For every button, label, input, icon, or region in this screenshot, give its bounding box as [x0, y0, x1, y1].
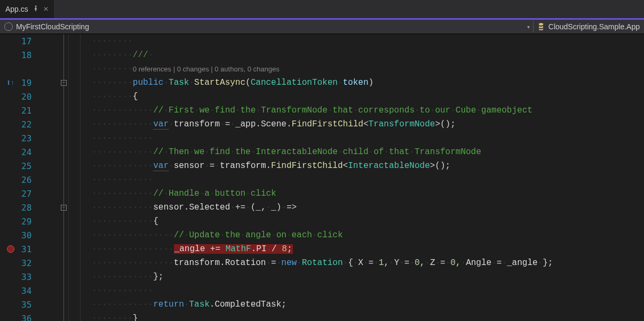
nav-separator [533, 21, 534, 33]
code-line[interactable]: ········0 references | 0 changes | 0 aut… [92, 62, 644, 76]
nav-class-label: CloudScripting.Sample.App [548, 22, 640, 31]
line-number: 28 [21, 203, 31, 213]
line-number: 26 [21, 175, 31, 185]
line-number: 17 [21, 36, 31, 46]
code-line[interactable]: ················transform.Rotation·=·new… [92, 256, 644, 270]
tab-strip: App.cs ✕ [0, 0, 644, 18]
line-number: 34 [21, 286, 31, 296]
editor-root: App.cs ✕ MyFirstCloudScripting ▾ CloudSc… [0, 0, 644, 321]
line-number: 36 [21, 314, 31, 322]
code-line[interactable]: ············//·Handle·a·button·click [92, 187, 644, 200]
code-line[interactable]: ············}; [92, 270, 644, 284]
class-icon [537, 22, 545, 31]
line-number: 35 [21, 300, 31, 310]
code-line[interactable]: ········{ [92, 90, 644, 103]
line-number: 22 [21, 119, 31, 130]
tab-label: App.cs [5, 5, 28, 13]
namespace-icon [4, 22, 13, 31]
nav-namespace-label: MyFirstCloudScripting [16, 22, 89, 31]
chevron-down-icon[interactable]: ▾ [527, 24, 530, 30]
line-number: 25 [21, 161, 31, 171]
code-line[interactable]: ········ [92, 34, 644, 48]
code-editor[interactable]: I↑17181920212223242526272829303132333435… [0, 34, 644, 321]
change-tracking-icon[interactable]: I↑ [7, 79, 14, 87]
pin-icon[interactable] [33, 5, 39, 13]
code-line[interactable]: ············ [92, 131, 644, 145]
code-line[interactable]: ············ [92, 173, 644, 187]
code-line[interactable]: ················//·Update·the·angle·on·e… [92, 228, 644, 242]
line-number: 29 [21, 216, 31, 227]
line-number: 19 [21, 78, 31, 88]
line-number: 21 [21, 106, 31, 116]
line-number: 23 [21, 133, 31, 143]
line-number: 24 [21, 147, 31, 157]
line-number: 18 [21, 50, 31, 60]
tab-app-cs[interactable]: App.cs ✕ [0, 0, 54, 18]
code-line[interactable]: ············var·sensor·=·transform.FindF… [92, 159, 644, 173]
code-line[interactable]: ············//·First·we·find·the·Transfo… [92, 103, 644, 117]
code-line[interactable]: ············var·transform·=·_app.Scene.F… [92, 117, 644, 131]
line-number: 20 [21, 92, 31, 102]
nav-class-dropdown[interactable]: CloudScripting.Sample.App [537, 22, 640, 31]
line-number: 30 [21, 230, 31, 240]
code-line[interactable]: ········} [92, 311, 644, 321]
code-line[interactable]: ············{ [92, 214, 644, 228]
close-icon[interactable]: ✕ [43, 5, 49, 13]
line-number: 31 [21, 244, 31, 254]
code-line[interactable]: ········public·Task·StartAsync(Cancellat… [92, 76, 644, 90]
nav-namespace-dropdown[interactable]: MyFirstCloudScripting [4, 22, 527, 31]
breakpoint-icon[interactable] [7, 245, 14, 253]
code-line[interactable]: ················_angle·+=·MathF.PI·/·8; [92, 242, 644, 256]
code-line[interactable]: ············//·Then·we·find·the·Interact… [92, 145, 644, 159]
nav-bar: MyFirstCloudScripting ▾ CloudScripting.S… [0, 18, 644, 34]
code-line[interactable]: ············sensor.Selected·+=·(_,·_)·=> [92, 200, 644, 214]
codelens[interactable]: 0 references | 0 changes | 0 authors, 0 … [133, 65, 280, 73]
line-number: 33 [21, 272, 31, 282]
code-line[interactable]: ········///· [92, 48, 644, 62]
line-number: 27 [21, 189, 31, 199]
line-number: 32 [21, 258, 31, 268]
code-line[interactable]: ············ [92, 284, 644, 298]
code-line[interactable]: ············return·Task.CompletedTask; [92, 298, 644, 311]
